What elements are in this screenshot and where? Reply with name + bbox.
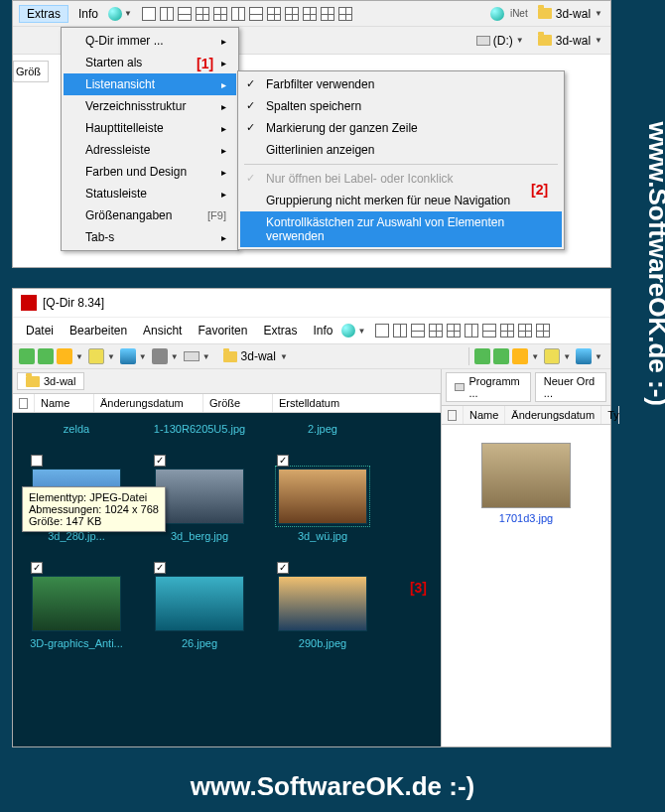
layout-2v-icon[interactable]	[178, 7, 192, 21]
address-crumb[interactable]: 3d-wal▼	[223, 349, 290, 363]
thumb-item[interactable]: ✓	[148, 562, 251, 635]
menu-file[interactable]: Datei	[19, 322, 61, 339]
col-name[interactable]: Name	[464, 406, 505, 424]
layout-icon[interactable]	[393, 324, 407, 338]
col-modified[interactable]: Änderungsdatum	[505, 406, 601, 424]
thumbnail	[155, 576, 244, 631]
layout-4-icon[interactable]	[267, 7, 281, 21]
layout-icon[interactable]	[536, 324, 550, 338]
checkbox[interactable]	[31, 455, 43, 467]
checkbox[interactable]: ✓	[277, 562, 289, 574]
menubar: Datei Bearbeiten Ansicht Favoriten Extra…	[13, 318, 610, 343]
layout-4d-icon[interactable]	[321, 7, 334, 21]
panel-icon[interactable]	[152, 348, 168, 364]
globe-icon[interactable]	[108, 7, 122, 21]
dd-colors[interactable]: Farben und Design▸	[64, 161, 236, 183]
dd-tree[interactable]: Verzeichnisstruktur▸	[64, 95, 236, 117]
back-icon[interactable]	[19, 348, 35, 364]
screen-icon-r[interactable]	[576, 348, 592, 364]
col-created[interactable]: Erstelldatum	[273, 394, 441, 412]
sm-checkboxes[interactable]: Kontrollkästchen zur Auswahl von Element…	[240, 211, 562, 247]
layout-4e-icon[interactable]	[338, 7, 352, 21]
menu-extras[interactable]: Extras	[256, 322, 304, 339]
view-icon[interactable]	[88, 348, 104, 364]
drive-icon[interactable]	[184, 351, 200, 361]
menu-extras[interactable]: Extras	[19, 5, 68, 23]
view-icon-r[interactable]	[544, 348, 560, 364]
dd-addressbar[interactable]: Adressleiste▸	[64, 139, 236, 161]
layout-2h-icon[interactable]	[160, 7, 174, 21]
sm-save-columns[interactable]: ✓Spalten speichern	[240, 95, 562, 117]
tab-newfolder[interactable]: Neuer Ord ...	[535, 372, 606, 402]
checkbox[interactable]: ✓	[154, 562, 166, 574]
layout-4b-icon[interactable]	[285, 7, 299, 21]
layout-icon[interactable]	[375, 324, 389, 338]
fwd-icon-r[interactable]	[493, 348, 509, 364]
col-size[interactable]: Größe	[203, 394, 273, 412]
tab-program[interactable]: Programm ...	[446, 372, 531, 402]
dd-tabs[interactable]: Tab-s▸	[64, 226, 236, 248]
dd-statusbar[interactable]: Statusleiste▸	[64, 183, 236, 204]
inet-icon[interactable]	[490, 7, 504, 21]
menu-info[interactable]: Info	[306, 322, 339, 339]
menu-view[interactable]: Ansicht	[136, 322, 189, 339]
sm-grouping[interactable]: Gruppierung nicht merken für neue Naviga…	[240, 190, 562, 211]
dd-listview[interactable]: Listenansicht▸	[64, 73, 236, 95]
menu-fav[interactable]: Favoriten	[191, 322, 254, 339]
col-type[interactable]: Ty	[601, 406, 619, 424]
tooltip-line: Größe: 147 KB	[29, 515, 159, 527]
layout-3d-icon[interactable]	[249, 7, 263, 21]
address-crumb[interactable]: 3d-wal▼	[538, 7, 604, 21]
right-thumb-item[interactable]: 1701d3.jpg	[442, 425, 610, 542]
file-name[interactable]: 1-130R6205U5.jpg	[148, 423, 251, 435]
col-checkbox[interactable]	[13, 394, 35, 412]
layout-3b-icon[interactable]	[213, 7, 227, 21]
sm-full-row[interactable]: ✓Markierung der ganzen Zeile	[240, 117, 562, 139]
checkbox[interactable]: ✓	[277, 455, 289, 467]
sm-gridlines[interactable]: Gitterlinien anzeigen	[240, 139, 562, 161]
layout-icon[interactable]	[447, 324, 461, 338]
forward-icon[interactable]	[38, 348, 54, 364]
screen-icon[interactable]	[120, 348, 136, 364]
menu-edit[interactable]: Bearbeiten	[63, 322, 134, 339]
checkbox[interactable]: ✓	[31, 562, 43, 574]
file-name[interactable]: zelda	[25, 423, 128, 435]
layout-single-icon[interactable]	[142, 7, 156, 21]
layout-icon[interactable]	[518, 324, 532, 338]
dd-titlebar[interactable]: Haupttitelleiste▸	[64, 117, 236, 139]
file-name[interactable]: 26.jpeg	[148, 637, 251, 649]
col-name[interactable]: Name	[35, 394, 94, 412]
menu-info[interactable]: Info	[70, 5, 106, 23]
thumb-item[interactable]: ✓	[271, 562, 374, 635]
chevron-down-icon[interactable]: ▼	[124, 9, 132, 18]
file-name[interactable]: 3d_wü.jpg	[271, 530, 374, 542]
layout-icon[interactable]	[429, 324, 443, 338]
layout-3a-icon[interactable]	[196, 7, 209, 21]
layout-3c-icon[interactable]	[231, 7, 245, 21]
file-name[interactable]: 2.jpeg	[271, 423, 374, 435]
layout-4c-icon[interactable]	[303, 7, 317, 21]
back-icon-r[interactable]	[474, 348, 490, 364]
thumb-item[interactable]: ✓	[271, 455, 374, 528]
dd-sizes[interactable]: Größenangaben[F9]	[64, 204, 236, 226]
star-icon-r[interactable]	[512, 348, 528, 364]
col-checkbox[interactable]	[442, 406, 464, 424]
star-icon[interactable]	[57, 348, 72, 364]
col-head-right: Name Änderungsdatum Ty	[442, 406, 610, 425]
globe-icon[interactable]	[341, 324, 355, 338]
tab-3dwal[interactable]: 3d-wal	[17, 372, 84, 390]
col-modified[interactable]: Änderungsdatum	[94, 394, 203, 412]
drive-select[interactable]: (D:)▼	[476, 34, 526, 48]
file-name[interactable]: 290b.jpeg	[271, 637, 374, 649]
layout-icon[interactable]	[500, 324, 514, 338]
thumb-item[interactable]: ✓	[25, 562, 128, 635]
layout-icon[interactable]	[411, 324, 425, 338]
folder-icon	[223, 351, 237, 362]
nav-folder[interactable]: 3d-wal▼	[538, 34, 604, 48]
file-name[interactable]: 3D-graphics_Anti...	[25, 637, 128, 649]
layout-icon[interactable]	[482, 324, 496, 338]
checkbox[interactable]: ✓	[154, 455, 166, 467]
layout-icon[interactable]	[465, 324, 478, 338]
dd-qdir-always[interactable]: Q-Dir immer ...▸	[64, 30, 236, 52]
sm-color-filter[interactable]: ✓Farbfilter verwenden	[240, 73, 562, 95]
